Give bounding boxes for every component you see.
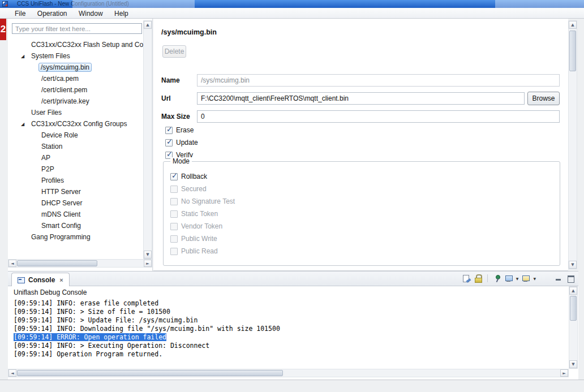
- toolbar-separator: [487, 274, 488, 282]
- checkbox-icon[interactable]: [170, 186, 178, 193]
- scroll-lock-icon[interactable]: [474, 274, 483, 283]
- annotation-badge: 2: [0, 19, 6, 40]
- tab-console[interactable]: Console: [11, 273, 70, 287]
- display-selected-console-icon[interactable]: [504, 274, 513, 283]
- console-line[interactable]: [09:59:14] Operation Program returned.: [8, 348, 569, 357]
- scrollbar-thumb[interactable]: [17, 260, 97, 266]
- menu-item-window[interactable]: Window: [74, 8, 108, 19]
- window-right-edge: [578, 19, 584, 380]
- minimize-icon[interactable]: [554, 274, 563, 283]
- checkbox-icon[interactable]: [165, 127, 173, 134]
- menu-item-help[interactable]: Help: [110, 8, 133, 19]
- tree-item-dhcp-server[interactable]: DHCP Server: [8, 197, 144, 209]
- tree-item-station[interactable]: Station: [8, 141, 144, 152]
- scroll-up-icon[interactable]: [569, 287, 577, 295]
- display-console-dropdown-icon[interactable]: [516, 277, 519, 281]
- tree-item-cert-private[interactable]: /cert/private.key: [8, 96, 144, 107]
- console-output[interactable]: Uniflash Debug Console [09:59:14] INFO: …: [8, 286, 569, 369]
- close-icon[interactable]: [58, 277, 65, 283]
- update-checkbox-row[interactable]: Update: [165, 138, 198, 147]
- checkbox-icon[interactable]: [170, 210, 178, 218]
- tree-item-config-groups[interactable]: CC31xx/CC32xx Config Groups: [8, 118, 144, 130]
- console-line[interactable]: [09:59:14] INFO: erase file completed: [8, 298, 569, 306]
- rollback-checkbox-row[interactable]: Rollback: [170, 170, 560, 183]
- checkbox-label: No Signature Test: [181, 197, 235, 205]
- scroll-down-icon[interactable]: [144, 251, 152, 259]
- window-left-edge: [0, 19, 8, 380]
- scrollbar-thumb[interactable]: [569, 31, 576, 71]
- console-vertical-scrollbar[interactable]: [569, 286, 578, 369]
- mode-group: Mode Rollback Secured No Signature Test …: [163, 161, 560, 266]
- tree-item-http-server[interactable]: HTTP Server: [8, 186, 144, 197]
- public-write-checkbox-row[interactable]: Public Write: [170, 232, 560, 245]
- tree-item-mdns-client[interactable]: mDNS Client: [8, 209, 144, 220]
- checkbox-icon[interactable]: [170, 248, 178, 255]
- tab-label: Console: [28, 276, 55, 284]
- console-horizontal-scrollbar[interactable]: [8, 369, 569, 377]
- secured-checkbox-row[interactable]: Secured: [170, 183, 560, 195]
- tree-item-cert-ca[interactable]: /cert/ca.pem: [8, 73, 144, 84]
- max-size-field[interactable]: [197, 110, 560, 123]
- tree-item-label: /cert/ca.pem: [38, 74, 81, 84]
- open-console-dropdown-icon[interactable]: [533, 277, 536, 281]
- mode-group-label: Mode: [170, 157, 192, 165]
- tree-item-label: CC31xx/CC32xx Flash Setup and Cont: [28, 40, 144, 50]
- static-token-checkbox-row[interactable]: Static Token: [170, 208, 560, 220]
- checkbox-icon[interactable]: [165, 139, 173, 147]
- delete-button[interactable]: Delete: [162, 45, 186, 58]
- pin-console-icon[interactable]: [492, 274, 501, 283]
- public-read-checkbox-row[interactable]: Public Read: [170, 245, 560, 257]
- console-line[interactable]: [09:59:14] INFO: Downloading file "/sys/…: [8, 323, 569, 331]
- tree-item-ap[interactable]: AP: [8, 152, 144, 163]
- scroll-up-icon[interactable]: [144, 21, 152, 29]
- tree-item-p2p[interactable]: P2P: [8, 163, 144, 175]
- browse-button[interactable]: Browse: [527, 92, 560, 105]
- tree-item-profiles[interactable]: Profiles: [8, 175, 144, 186]
- console-line-error[interactable]: [09:59:14] ERROR: Open operation failed: [8, 331, 569, 340]
- scrollbar-thumb[interactable]: [570, 296, 577, 321]
- tree-item-smart-config[interactable]: Smart Config: [8, 220, 144, 231]
- tree-item-flash-setup[interactable]: CC31xx/CC32xx Flash Setup and Cont: [8, 39, 144, 50]
- url-field[interactable]: [197, 92, 525, 105]
- open-console-icon[interactable]: [521, 274, 530, 283]
- tree-item-sys-mcuimg[interactable]: /sys/mcuimg.bin: [8, 62, 144, 73]
- tree-item-user-files[interactable]: User Files: [8, 107, 144, 118]
- checkbox-icon[interactable]: [170, 235, 178, 243]
- sidebar-vertical-scrollbar[interactable]: [143, 20, 152, 259]
- checkbox-icon[interactable]: [170, 198, 178, 205]
- no-signature-test-checkbox-row[interactable]: No Signature Test: [170, 195, 560, 208]
- form-vertical-scrollbar[interactable]: [568, 20, 577, 269]
- scrollbar-thumb[interactable]: [17, 370, 283, 376]
- scroll-right-icon[interactable]: [144, 260, 152, 267]
- tree-item-label: User Files: [28, 107, 65, 118]
- checkbox-icon[interactable]: [170, 173, 178, 180]
- vendor-token-checkbox-row[interactable]: Vendor Token: [170, 220, 560, 232]
- maximize-icon[interactable]: [566, 274, 575, 283]
- tree-item-gang-programming[interactable]: Gang Programming: [8, 231, 144, 243]
- tree-item-cert-client[interactable]: /cert/client.pem: [8, 84, 144, 96]
- name-field[interactable]: [197, 74, 560, 87]
- max-size-label: Max Size: [161, 113, 190, 120]
- scroll-down-icon[interactable]: [569, 360, 577, 368]
- expand-arrow-icon[interactable]: [21, 122, 28, 127]
- scroll-down-icon[interactable]: [569, 261, 577, 269]
- menubar: File Operation Window Help: [0, 8, 584, 19]
- scroll-left-icon[interactable]: [8, 369, 16, 377]
- console-line[interactable]: [09:59:14] INFO: > Executing Operation: …: [8, 340, 569, 348]
- expand-arrow-icon[interactable]: [21, 54, 28, 59]
- console-line[interactable]: [09:59:14] INFO: > Size of file = 101500: [8, 306, 569, 315]
- filter-input[interactable]: [12, 23, 142, 34]
- menu-item-file[interactable]: File: [10, 8, 30, 19]
- scroll-up-icon[interactable]: [569, 21, 577, 29]
- tree-item-system-files[interactable]: System Files: [8, 50, 144, 62]
- console-line[interactable]: [09:59:14] INFO: > Update File: /sys/mcu…: [8, 315, 569, 323]
- clear-console-icon[interactable]: [462, 274, 471, 283]
- scroll-left-icon[interactable]: [8, 260, 16, 267]
- menu-item-operation[interactable]: Operation: [33, 8, 72, 19]
- checkbox-icon[interactable]: [170, 223, 178, 230]
- scroll-right-icon[interactable]: [560, 369, 568, 377]
- erase-checkbox-row[interactable]: Erase: [165, 126, 194, 135]
- sidebar-horizontal-scrollbar[interactable]: [8, 259, 152, 268]
- tree-item-device-role[interactable]: Device Role: [8, 130, 144, 141]
- titlebar[interactable]: CCS UniFlash - New Configuration (Untitl…: [0, 0, 584, 8]
